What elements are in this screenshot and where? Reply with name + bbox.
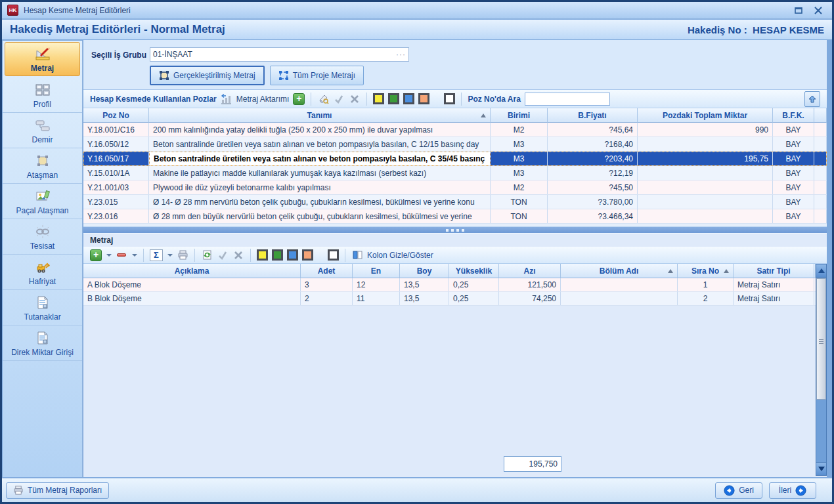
col-tanimi-label: Tanımı: [307, 111, 332, 120]
remove-row-icon[interactable]: [116, 249, 127, 261]
metraj-table-header: Açıklama Adet En Boy Yükseklik Azı Bölüm…: [83, 264, 816, 278]
sidebar-item-label: Demir: [32, 135, 53, 144]
col-satir-tipi[interactable]: Satır Tipi: [734, 264, 814, 278]
blue-filter-swatch[interactable]: [403, 93, 414, 104]
print-icon[interactable]: [177, 249, 188, 261]
horizontal-splitter[interactable]: [83, 226, 827, 233]
collapse-up-button[interactable]: [804, 91, 820, 107]
cancel-icon[interactable]: [349, 93, 361, 105]
sum-icon[interactable]: Σ: [150, 249, 163, 261]
white-filter-swatch[interactable]: [444, 93, 455, 104]
cell-tanim: 200 mm kalınlığında yatay delikli tuğla …: [149, 123, 491, 136]
cell-bfk: BAY: [773, 152, 814, 165]
footer-bar: Tüm Metraj Raporları Geri İleri: [2, 478, 832, 502]
workgroup-input[interactable]: 01-İNŞAAT ···: [150, 47, 409, 62]
cell-tanim: Plywood ile düz yüzeyli betonarme kalıbı…: [149, 180, 491, 194]
next-button[interactable]: İleri: [769, 482, 816, 499]
sum-caret-icon[interactable]: [167, 254, 173, 257]
back-button[interactable]: Geri: [715, 482, 762, 499]
poz-row[interactable]: Y.23.015 Ø 14- Ø 28 mm nervürlü beton çe…: [83, 195, 827, 209]
sidebar-item-direk-miktar-girisi[interactable]: Direk Miktar Girişi: [3, 326, 82, 361]
col-aciklama[interactable]: Açıklama: [83, 264, 301, 278]
sidebar-item-demir[interactable]: Demir: [3, 113, 82, 148]
col-bfiyati[interactable]: B.Fiyatı: [548, 108, 638, 123]
add-row-caret-icon[interactable]: [106, 254, 112, 257]
col-en[interactable]: En: [353, 264, 400, 278]
poz-row[interactable]: Y.23.016 Ø 28 mm den büyük nervürlü beto…: [83, 209, 827, 224]
col-yukseklik[interactable]: Yükseklik: [449, 264, 499, 278]
poz-row-selected[interactable]: Y.16.050/17 Beton santralinde üretilen v…: [83, 152, 827, 166]
metraj-title: Metraj: [90, 236, 113, 245]
sidebar-item-tesisat[interactable]: Tesisat: [3, 219, 82, 255]
clear-filter-icon[interactable]: [317, 93, 329, 105]
vertical-scrollbar[interactable]: [816, 264, 827, 476]
page-header: Hakediş Metraj Editörleri - Normal Metra…: [2, 20, 832, 40]
scroll-up-button[interactable]: [816, 264, 826, 278]
picture-attachment-icon: [34, 188, 51, 205]
cell-boy: 13,5: [400, 292, 449, 305]
col-pozdaki-toplam-miktar[interactable]: Pozdaki Toplam Miktar: [638, 108, 773, 123]
sort-asc-icon: [724, 269, 729, 273]
col-adet[interactable]: Adet: [301, 264, 353, 278]
col-azi[interactable]: Azı: [499, 264, 561, 278]
col-boy[interactable]: Boy: [400, 264, 449, 278]
columns-toggle-label[interactable]: Kolon Gizle/Göster: [367, 251, 433, 260]
orange-filter-swatch[interactable]: [302, 249, 313, 261]
refresh-icon[interactable]: [201, 249, 213, 261]
cell-bfk: BAY: [773, 166, 814, 180]
realized-metraj-button[interactable]: Gerçekleştirilmiş Metraj: [150, 66, 265, 85]
window-title: Hesap Kesme Metraj Editörleri: [24, 6, 131, 15]
blue-filter-swatch[interactable]: [287, 249, 298, 261]
all-project-metraj-button[interactable]: Tüm Proje Metrajı: [270, 66, 364, 85]
metraj-transfer-label[interactable]: Metraj Aktarımı: [236, 94, 290, 104]
cell-bfk: BAY: [773, 209, 814, 223]
confirm-icon[interactable]: [217, 249, 229, 261]
yellow-filter-swatch[interactable]: [373, 93, 384, 104]
scrollbar-thumb[interactable]: [816, 278, 826, 400]
confirm-icon[interactable]: [333, 93, 345, 105]
cell-adet: 3: [301, 278, 353, 291]
green-filter-swatch[interactable]: [272, 249, 283, 261]
sidebar-item-tutanaklar[interactable]: Tutanaklar: [3, 290, 82, 326]
col-bolum-adi[interactable]: Bölüm Adı: [561, 264, 678, 278]
sort-asc-icon: [668, 269, 673, 273]
sidebar-item-atasman[interactable]: Ataşman: [3, 148, 82, 184]
poz-row[interactable]: Y.18.001/C16 200 mm kalınlığında yatay d…: [83, 123, 827, 137]
poz-row[interactable]: Y.21.001/03 Plywood ile düz yüzeyli beto…: [83, 180, 827, 195]
metraj-row[interactable]: A Blok Döşeme 3 12 13,5 0,25 121,500 1 M…: [83, 278, 816, 292]
workgroup-panel: Seçili İş Grubu 01-İNŞAAT ··· Gerçekleşt…: [83, 40, 827, 90]
scroll-down-button[interactable]: [816, 462, 826, 475]
col-tanimi[interactable]: Tanımı: [149, 108, 491, 123]
yellow-filter-swatch[interactable]: [257, 249, 268, 261]
col-poz-no[interactable]: Poz No: [83, 108, 149, 123]
add-icon[interactable]: +: [293, 93, 305, 105]
cancel-icon[interactable]: [232, 249, 244, 261]
close-button[interactable]: [814, 7, 823, 14]
sidebar-item-pacal-atasman[interactable]: Paçal Ataşman: [3, 184, 82, 219]
cell-fiyat: ?3.466,34: [548, 209, 638, 223]
sidebar-item-hafriyat[interactable]: Hafriyat: [3, 255, 82, 290]
cell-adet: 2: [301, 292, 353, 305]
app-window: HK Hesap Kesme Metraj Editörleri Hakediş…: [0, 0, 834, 504]
add-row-icon[interactable]: +: [90, 249, 102, 261]
poz-search-input[interactable]: [525, 93, 610, 106]
maximize-button[interactable]: [794, 7, 803, 14]
poz-row[interactable]: Y.15.010/1A Makine ile patlayıcı madde k…: [83, 166, 827, 180]
cell-azi: 74,250: [499, 292, 561, 305]
ellipsis-button[interactable]: ···: [396, 50, 406, 59]
green-filter-swatch[interactable]: [388, 93, 399, 104]
remove-row-caret-icon[interactable]: [132, 254, 137, 257]
sidebar-item-profil[interactable]: Profil: [3, 77, 82, 113]
cell-poz: Y.21.001/03: [83, 180, 149, 194]
sidebar-item-metraj[interactable]: Metraj: [5, 42, 80, 76]
orange-filter-swatch[interactable]: [418, 93, 429, 104]
attachment-frame-icon: [34, 152, 51, 169]
metraj-row[interactable]: B Blok Döşeme 2 11 13,5 0,25 74,250 2 Me…: [83, 292, 816, 306]
all-metraj-reports-button[interactable]: Tüm Metraj Raporları: [6, 482, 109, 499]
white-filter-swatch[interactable]: [328, 249, 339, 261]
poz-row[interactable]: Y.16.050/12 Beton santralinde üretilen v…: [83, 137, 827, 152]
cell-aciklama: B Blok Döşeme: [83, 292, 301, 305]
col-birimi[interactable]: Birimi: [491, 108, 548, 123]
col-sira-no[interactable]: Sıra No: [678, 264, 734, 278]
col-bfk[interactable]: B.F.K.: [773, 108, 814, 123]
